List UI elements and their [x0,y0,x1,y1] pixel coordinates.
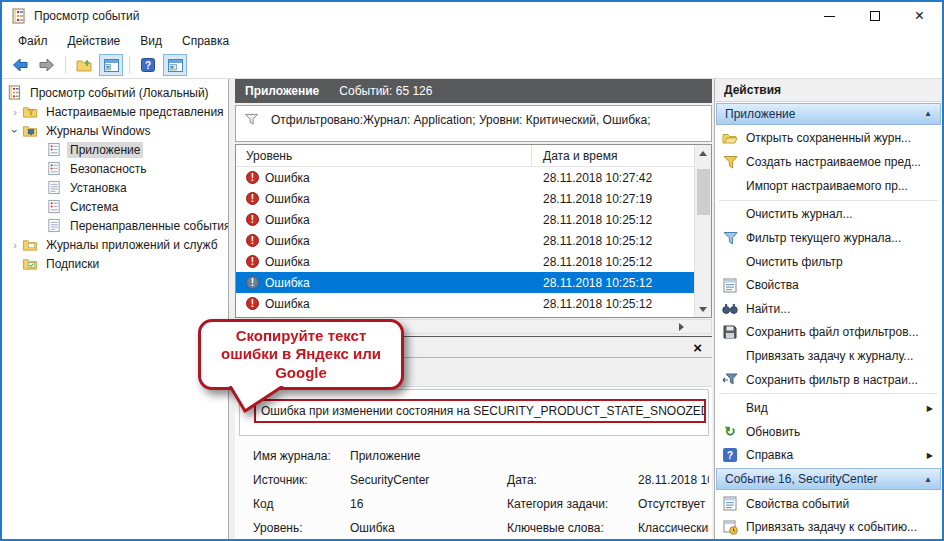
scrollbar-thumb[interactable] [697,169,710,215]
event-row[interactable]: Ошибка 28.11.2018 10:25:12 [236,251,694,272]
menu-help[interactable]: Справка [172,34,239,48]
action-label: Привязать задачу к событию... [746,520,917,534]
action-attach-task-to-event[interactable]: Привязать задачу к событию... [715,515,942,539]
open-folder-icon [722,130,738,146]
event-datetime: 28.11.2018 10:25:12 [532,251,694,272]
menu-file[interactable]: Файл [8,34,58,48]
action-save-filtered-log[interactable]: Сохранить файл отфильтров... [715,321,942,345]
action-clear-log[interactable]: Очистить журнал... [715,202,942,226]
close-button[interactable]: × [897,2,942,30]
action-label: Очистить журнал... [746,207,853,221]
tree-item-custom-views[interactable]: › Настраиваемые представления [2,102,228,121]
action-refresh[interactable]: ↻ Обновить [715,420,942,444]
help-button[interactable]: ? [136,54,160,76]
field-value: 16 [350,497,507,511]
action-label: Свойства событий [746,497,849,511]
event-viewer-icon [6,85,22,100]
log-icon [46,161,62,176]
window-controls: × [807,2,942,30]
annotation-callout-tail [226,386,288,413]
chevron-right-icon[interactable]: › [8,239,22,251]
tree-item-subscriptions[interactable]: Подписки [2,254,228,273]
error-icon [246,213,259,226]
action-event-properties[interactable]: Свойства событий [715,492,942,516]
tree-item-label-selected: Приложение [67,142,143,158]
action-help-submenu[interactable]: ? Справка ▶ [715,444,942,468]
properties-icon [722,277,738,293]
field-row: Источник: SecurityCenter Дата: 28.11.201… [253,468,709,492]
event-row-selected[interactable]: Ошибка 28.11.2018 10:25:12 [236,272,694,293]
chevron-down-icon[interactable]: › [9,124,21,138]
back-button[interactable] [8,54,32,76]
event-datetime: 28.11.2018 10:25:12 [532,272,694,293]
tree-item-forwarded-events[interactable]: Перенаправленные события [2,216,228,235]
column-header-datetime[interactable]: Дата и время [532,145,694,166]
event-row[interactable]: Ошибка 28.11.2018 10:27:42 [236,167,694,188]
subscriptions-folder-icon [22,256,38,271]
annotation-callout: Скопируйте текст ошибки в Яндекс или Goo… [198,319,404,390]
collapse-arrow-icon[interactable]: ▲ [924,109,932,118]
action-view-submenu[interactable]: Вид ▶ [715,396,942,420]
field-value: Приложение [350,449,507,463]
scroll-up-arrow-icon[interactable] [695,145,711,161]
toolbar: ? [2,52,942,79]
tree-item-windows-logs[interactable]: › Журналы Windows [2,121,228,140]
vertical-scrollbar[interactable] [694,145,711,317]
action-properties[interactable]: Свойства [715,273,942,297]
menu-bar: Файл Действие Вид Справка [2,30,942,52]
event-row[interactable]: Ошибка 28.11.2018 10:25:12 [236,230,694,251]
collapse-arrow-icon[interactable]: ▲ [924,475,932,484]
tree-item-label: Журналы приложений и служб [43,237,221,253]
actions-section-application[interactable]: Приложение ▲ [716,103,941,125]
show-action-pane-button[interactable] [163,54,187,76]
field-value: Отсутствует [638,497,709,511]
action-import-custom-view[interactable]: Импорт настраиваемого пр... [715,174,942,198]
event-level: Ошибка [265,297,310,311]
log-icon [46,199,62,214]
tree-item-root[interactable]: Просмотр событий (Локальный) [2,83,228,102]
menu-action[interactable]: Действие [58,34,131,48]
field-label: Код [253,497,350,511]
filter-text: Отфильтровано:Журнал: Application; Уровн… [271,113,651,127]
action-clear-filter[interactable]: Очистить фильтр [715,250,942,274]
tree-item-system[interactable]: Система [2,197,228,216]
minimize-button[interactable] [807,2,852,30]
window-title: Просмотр событий [34,9,139,23]
scroll-right-arrow-icon[interactable] [673,322,689,332]
tree-item-app-services-logs[interactable]: › Журналы приложений и служб [2,235,228,254]
column-header-level[interactable]: Уровень [236,145,532,166]
log-icon [46,142,62,157]
action-find[interactable]: Найти... [715,297,942,321]
forward-button[interactable] [35,54,59,76]
tree-item-security[interactable]: Безопасность [2,159,228,178]
help-icon: ? [722,447,738,463]
event-level: Ошибка [265,276,310,290]
submenu-arrow-icon: ▶ [927,451,933,460]
event-row[interactable]: Ошибка 28.11.2018 10:25:12 [236,293,694,314]
action-filter-current-log[interactable]: Фильтр текущего журнала... [715,226,942,250]
action-open-saved-log[interactable]: Открыть сохраненный журн... [715,127,942,151]
tree-item-setup[interactable]: Установка [2,178,228,197]
tree-item-application[interactable]: Приложение [2,140,228,159]
actions-section-event16[interactable]: Событие 16, SecurityCenter ▲ [716,468,941,490]
action-save-filter-to-custom-view[interactable]: Сохранить фильтр в настраи... [715,368,942,392]
scroll-down-arrow-icon[interactable] [695,301,711,317]
error-icon [246,276,259,289]
field-value: 28.11.2018 10:25 [638,473,709,487]
chevron-right-icon[interactable]: › [8,106,22,118]
action-create-custom-view[interactable]: Создать настраиваемое пред... [715,150,942,174]
events-grid-header: Уровень Дата и время [236,145,694,167]
no-icon [722,178,738,194]
error-icon [246,234,259,247]
forward-arrow-icon [39,58,55,72]
no-icon [722,206,738,222]
field-row: Код 16 Категория задачи: Отсутствует [253,492,709,516]
show-console-tree-button[interactable] [99,54,123,76]
event-row[interactable]: Ошибка 28.11.2018 10:25:12 [236,209,694,230]
action-attach-task-to-log[interactable]: Привязать задачу к журналу... [715,344,942,368]
open-saved-log-button[interactable] [72,54,96,76]
maximize-button[interactable] [852,2,897,30]
event-row[interactable]: Ошибка 28.11.2018 10:27:19 [236,188,694,209]
close-details-icon[interactable]: × [693,338,702,357]
menu-view[interactable]: Вид [130,34,172,48]
